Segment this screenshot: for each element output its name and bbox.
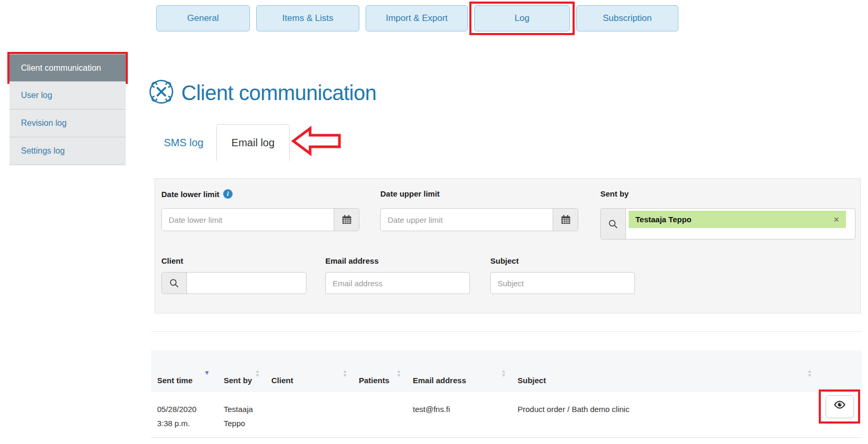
view-email-button[interactable] (826, 395, 854, 418)
email-log-table: Sent time ▼ Sent by ▲▼ Client ▲▼ Patient… (151, 331, 862, 438)
cell-patients (353, 392, 406, 437)
sort-icon: ▲▼ (397, 369, 401, 377)
page-heading: Client communication (148, 79, 376, 107)
tab-log[interactable]: Log (474, 5, 570, 31)
cell-sent-by: Testaaja Teppo (217, 392, 265, 437)
date-upper-limit-input[interactable] (381, 209, 553, 231)
page-title: Client communication (181, 81, 376, 105)
crossed-wrenches-icon (148, 79, 174, 107)
column-header-sent-time[interactable]: Sent time ▼ (151, 350, 217, 392)
date-upper-limit-label: Date upper limit (380, 189, 440, 198)
sent-by-label: Sent by (600, 189, 629, 198)
sort-icon: ▲▼ (501, 369, 506, 377)
sort-icon: ▲▼ (807, 369, 812, 377)
log-type-tabs: SMS log Email log (151, 124, 290, 161)
sort-icon: ▲▼ (255, 369, 260, 377)
column-header-client[interactable]: Client ▲▼ (265, 350, 353, 392)
table-row: 05/28/2020 3:38 p.m. Testaaja Teppo test… (151, 392, 862, 438)
search-icon (162, 273, 187, 294)
tab-import-export[interactable]: Import & Export (366, 5, 468, 31)
date-lower-limit-input[interactable] (162, 209, 334, 231)
top-tab-bar: General Items & Lists Import & Export Lo… (156, 5, 678, 31)
column-header-actions (817, 350, 862, 392)
subject-input[interactable] (491, 273, 634, 294)
client-search-input[interactable] (187, 273, 306, 294)
tab-email-log[interactable]: Email log (216, 124, 290, 161)
subject-label: Subject (490, 256, 519, 265)
view-button-annotation-box (819, 389, 860, 424)
sort-icon: ▲▼ (343, 369, 347, 377)
cell-subject: Product order / Bath demo clinic (511, 392, 817, 437)
info-icon[interactable]: i (223, 189, 233, 199)
cell-client (265, 392, 353, 437)
column-header-subject[interactable]: Subject ▲▼ (511, 350, 817, 392)
log-sidebar: Client communication User log Revision l… (9, 54, 126, 165)
tab-subscription[interactable]: Subscription (576, 5, 678, 31)
sidebar-item-user-log[interactable]: User log (9, 82, 126, 110)
tab-general[interactable]: General (156, 5, 250, 31)
tab-items-lists[interactable]: Items & Lists (256, 5, 359, 31)
red-arrow-annotation (291, 124, 342, 160)
date-lower-limit-label: Date lower limit i (161, 189, 233, 199)
tab-sms-log[interactable]: SMS log (151, 124, 216, 161)
sidebar-item-settings-log[interactable]: Settings log (9, 137, 126, 165)
search-icon (601, 209, 626, 239)
email-log-filters: Date lower limit i (155, 178, 861, 313)
calendar-icon[interactable] (553, 209, 578, 231)
sent-by-input[interactable]: Testaaja Teppo × (626, 209, 855, 239)
sort-desc-icon: ▼ (204, 370, 210, 375)
sidebar-item-revision-log[interactable]: Revision log (9, 110, 126, 137)
column-header-email-address[interactable]: Email address ▲▼ (406, 350, 511, 392)
calendar-icon[interactable] (334, 209, 359, 231)
cell-actions (817, 392, 862, 437)
settings-log-page: General Items & Lists Import & Export Lo… (0, 0, 868, 444)
cell-sent-time: 05/28/2020 3:38 p.m. (151, 392, 217, 437)
remove-tag-icon[interactable]: × (833, 214, 839, 224)
column-header-sent-by[interactable]: Sent by ▲▼ (217, 350, 265, 392)
client-label: Client (161, 256, 183, 265)
email-address-label: Email address (325, 256, 379, 265)
table-header-row: Sent time ▼ Sent by ▲▼ Client ▲▼ Patient… (151, 350, 862, 392)
email-address-input[interactable] (326, 273, 469, 294)
column-header-patients[interactable]: Patients ▲▼ (353, 350, 406, 392)
cell-email-address: test@fns.fi (406, 392, 511, 437)
eye-icon (833, 398, 846, 415)
sidebar-item-client-communication[interactable]: Client communication (9, 54, 126, 82)
sent-by-selected-tag: Testaaja Teppo × (629, 211, 846, 228)
